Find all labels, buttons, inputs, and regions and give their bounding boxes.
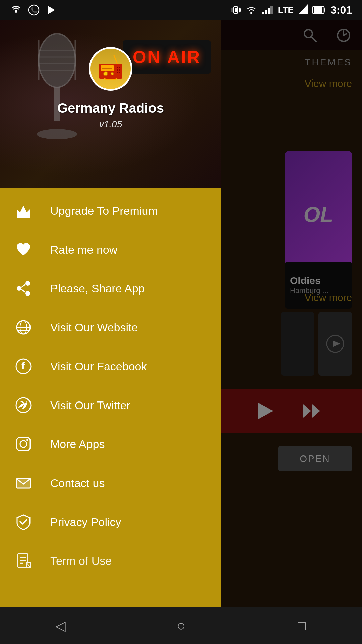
share-icon (13, 278, 34, 299)
instagram-icon (13, 434, 34, 454)
svg-point-56 (17, 286, 21, 291)
home-button[interactable]: ○ (164, 609, 198, 642)
svg-marker-3 (48, 6, 55, 14)
document-icon (13, 551, 34, 571)
svg-rect-13 (268, 8, 270, 14)
svg-point-43 (117, 67, 118, 68)
website-label: Visit Our Website (50, 321, 138, 334)
svg-point-50 (111, 72, 114, 75)
back-button[interactable]: ◁ (44, 609, 77, 642)
phone-icon: 📞 (28, 4, 40, 16)
svg-point-54 (25, 281, 30, 286)
menu-item-terms[interactable]: Term of Use (0, 541, 221, 580)
signal-icon (262, 4, 273, 16)
twitter-icon (13, 395, 34, 415)
status-left-icons: 📞 (10, 4, 57, 16)
terms-label: Term of Use (50, 554, 112, 568)
privacy-label: Privacy Policy (50, 516, 121, 529)
svg-marker-52 (17, 206, 30, 216)
crown-icon (13, 201, 34, 221)
status-time: 3:01 (330, 4, 352, 16)
facebook-icon: f (13, 356, 34, 376)
menu-item-upgrade[interactable]: Upgrade To Premium (0, 191, 221, 230)
svg-line-51 (114, 55, 117, 64)
svg-marker-15 (298, 4, 308, 14)
menu-item-twitter[interactable]: Visit Our Twitter (0, 386, 221, 425)
svg-point-47 (119, 69, 120, 71)
rate-label: Rate me now (50, 243, 117, 256)
menu-item-more-apps[interactable]: More Apps (0, 425, 221, 464)
svg-text:f: f (21, 360, 25, 371)
navigation-drawer: ON AIR (0, 20, 221, 644)
navigation-bar: ◁ ○ □ (0, 607, 362, 644)
menu-item-share[interactable]: Please, Share App (0, 269, 221, 308)
email-icon (13, 473, 34, 493)
radio-svg-icon (96, 54, 126, 84)
svg-rect-5 (235, 8, 237, 12)
recent-button[interactable]: □ (285, 609, 318, 642)
shield-icon (13, 512, 34, 532)
svg-text:📞: 📞 (31, 7, 37, 13)
on-air-sign: ON AIR (123, 40, 211, 74)
upgrade-label: Upgrade To Premium (50, 204, 158, 217)
lte-label: LTE (278, 5, 294, 15)
heart-icon (13, 239, 34, 260)
svg-point-48 (119, 72, 120, 73)
svg-point-49 (104, 72, 108, 76)
status-bar: 📞 LTE (0, 0, 362, 20)
signal-triangle-icon (298, 4, 308, 16)
svg-rect-11 (262, 12, 264, 14)
drawer-menu: Upgrade To Premium Rate me now (0, 188, 221, 644)
twitter-label: Visit Our Twitter (50, 399, 130, 412)
svg-point-55 (25, 291, 30, 296)
svg-line-57 (21, 284, 25, 287)
battery-icon (312, 4, 326, 16)
drawer-header: ON AIR (0, 20, 221, 188)
svg-point-0 (15, 10, 17, 13)
menu-item-website[interactable]: Visit Our Website (0, 308, 221, 347)
svg-line-58 (21, 289, 25, 292)
svg-rect-53 (17, 216, 30, 218)
menu-item-contact[interactable]: Contact us (0, 464, 221, 502)
menu-item-privacy[interactable]: Privacy Policy (0, 502, 221, 541)
svg-point-44 (117, 69, 118, 71)
svg-rect-12 (265, 10, 267, 14)
svg-rect-18 (324, 8, 325, 12)
menu-item-rate[interactable]: Rate me now (0, 230, 221, 269)
svg-point-69 (26, 439, 28, 441)
svg-point-38 (37, 129, 77, 139)
app-version: v1.05 (0, 119, 221, 130)
radio-waves-icon (10, 4, 22, 16)
menu-item-facebook[interactable]: f Visit Our Facebook (0, 347, 221, 386)
status-right-icons: LTE 3:01 (230, 4, 352, 16)
svg-rect-14 (270, 6, 273, 14)
share-label: Please, Share App (50, 282, 145, 295)
svg-point-45 (117, 72, 118, 73)
vibrate-icon (230, 5, 241, 15)
more-apps-label: More Apps (50, 438, 105, 451)
contact-label: Contact us (50, 477, 105, 490)
app-logo (89, 47, 132, 91)
play-store-icon (46, 4, 57, 16)
facebook-label: Visit Our Facebook (50, 360, 147, 373)
svg-point-10 (250, 12, 252, 14)
svg-point-68 (20, 441, 27, 447)
on-air-text: ON AIR (133, 47, 201, 67)
svg-point-46 (119, 67, 120, 68)
svg-rect-17 (314, 7, 322, 13)
app-name: Germany Radios (0, 101, 221, 116)
wifi-icon (246, 4, 257, 16)
globe-icon (13, 317, 34, 337)
